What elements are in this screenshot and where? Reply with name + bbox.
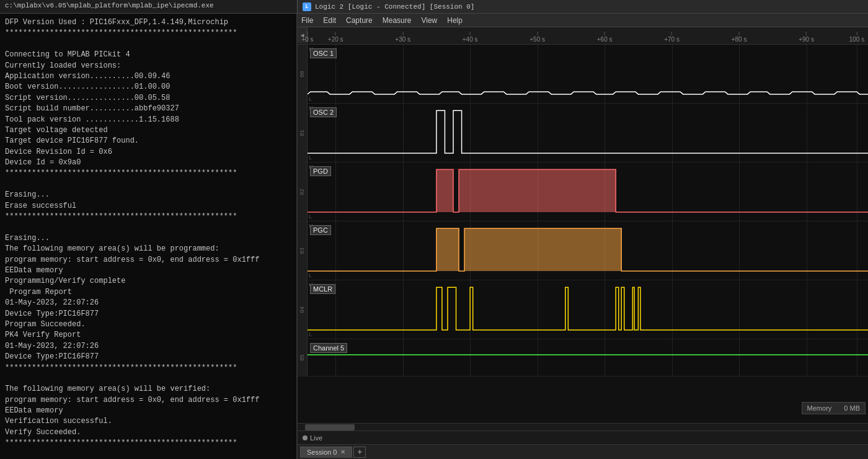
- channel-number-ch5: 05: [299, 354, 306, 361]
- waveform-path-ch4: [308, 287, 868, 330]
- terminal-line: Currently loaded versions:: [5, 61, 291, 71]
- timeline-container: ◀ +20 s+30 s+40 s+50 s+60 s+70 s+80 s+90…: [298, 27, 868, 430]
- channel-number-ch1: 01: [299, 130, 306, 136]
- menu-item-measure[interactable]: Measure: [383, 16, 412, 25]
- waveform-svg-ch5: [308, 339, 868, 376]
- channel-side-ch2: 02: [298, 163, 308, 221]
- logic-panel: FileEditCaptureMeasureViewHelp ◀ +20 s+3…: [298, 14, 868, 459]
- channel-waveform-ch0: HL: [308, 45, 868, 103]
- terminal-line: Erasing...: [5, 233, 291, 244]
- terminal-line: Connecting to MPLAB PICkit 4: [5, 50, 291, 60]
- terminal-line: ****************************************…: [5, 168, 291, 179]
- ruler-tick: +30 s: [395, 32, 410, 43]
- channel-side-ch5: 05: [298, 339, 308, 376]
- ruler-start-tick: +0 s: [301, 32, 313, 43]
- channel-waveform-ch3: HL: [308, 221, 868, 280]
- channel-label-ch5[interactable]: Channel 5: [310, 343, 347, 353]
- ruler: ◀ +20 s+30 s+40 s+50 s+60 s+70 s+80 s+90…: [298, 27, 868, 45]
- live-label: Live: [310, 434, 322, 442]
- terminal-line: Device Id = 0x9a0: [5, 158, 291, 168]
- scrollbar-thumb[interactable]: [305, 424, 355, 430]
- terminal-line: Erasing...: [5, 190, 291, 200]
- live-indicator: Live: [303, 434, 322, 442]
- channel-side-ch4: 04: [298, 280, 308, 339]
- terminal-line: Script build number..........abbfe90327: [5, 104, 291, 114]
- terminal-line: ****************************************…: [5, 28, 291, 38]
- channel-side-ch3: 03: [298, 221, 308, 280]
- ruler-tick: 100 s: [849, 32, 864, 43]
- channel-waveform-ch4: HL: [308, 280, 868, 339]
- channel-number-ch4: 04: [299, 306, 306, 313]
- terminal-line: The following memory area(s) will be pro…: [5, 244, 291, 254]
- terminal-line: Program Report: [5, 287, 291, 298]
- channel-row-ch1: 01OSC 2HL: [298, 104, 868, 163]
- terminal-line: EEData memory: [5, 406, 291, 416]
- terminal-line: Boot version.................01.00.00: [5, 82, 291, 92]
- terminal-line: Script version...............00.05.58: [5, 93, 291, 104]
- waveform-svg-ch4: [308, 280, 868, 339]
- ruler-tick: +80 s: [732, 32, 747, 43]
- terminal-line: ****************************************…: [5, 212, 291, 222]
- terminal-line: program memory: start address = 0x0, end…: [5, 255, 291, 265]
- terminal-line: Device Type:PIC16F877: [5, 352, 291, 362]
- ruler-tick: +50 s: [529, 32, 545, 43]
- channel-label-ch1[interactable]: OSC 2: [310, 107, 337, 117]
- menu-item-help[interactable]: Help: [447, 16, 463, 25]
- waveform-svg-ch2: [308, 163, 868, 221]
- ruler-tick: +20 s: [328, 32, 343, 43]
- right-window-title: L Logic 2 [Logic - Connected] [Session 0…: [298, 0, 868, 13]
- terminal-line: The following memory area(s) will be ver…: [5, 384, 291, 394]
- memory-badge: Memory 0 MB: [802, 402, 866, 414]
- terminal-line: Target voltage detected: [5, 125, 291, 136]
- menu-item-file[interactable]: File: [301, 16, 313, 25]
- terminal-line: 01-May-2023, 22:07:26: [5, 341, 291, 352]
- menu-item-capture[interactable]: Capture: [346, 16, 373, 25]
- add-session-button[interactable]: +: [353, 447, 366, 458]
- channel-number-ch0: 00: [299, 71, 306, 78]
- session-tabs: Session 0 ✕ +: [298, 444, 868, 459]
- terminal-line: ****************************************…: [5, 363, 291, 373]
- horizontal-scrollbar[interactable]: [298, 423, 868, 430]
- menu-item-edit[interactable]: Edit: [323, 16, 336, 25]
- terminal-line: Erase successful: [5, 201, 291, 212]
- channel-label-ch0[interactable]: OSC 1: [310, 48, 337, 58]
- logic-icon: L: [303, 2, 311, 11]
- channel-row-ch5: 05Channel 5: [298, 339, 868, 377]
- terminal-line: Device Revision Id = 0x6: [5, 147, 291, 158]
- channel-row-ch3: 03PGCHL: [298, 221, 868, 280]
- terminal-line: [5, 179, 291, 190]
- channel-label-ch2[interactable]: PGD: [310, 166, 331, 176]
- session-tab-0[interactable]: Session 0 ✕: [300, 447, 352, 458]
- terminal-line: Device Type:PIC16F877: [5, 309, 291, 319]
- session-tab-label: Session 0: [307, 448, 337, 456]
- waveform-path-ch1: [308, 110, 868, 153]
- terminal-line: PK4 Verify Report: [5, 330, 291, 341]
- channel-label-ch4[interactable]: MCLR: [310, 284, 335, 294]
- waveform-svg-ch0: [308, 45, 868, 103]
- terminal-line: DFP Version Used : PIC16Fxxx_DFP,1.4.149…: [5, 17, 291, 28]
- waveform-path-ch0: [308, 92, 868, 94]
- status-bar: Live: [298, 430, 868, 444]
- ruler-ticks: +20 s+30 s+40 s+50 s+60 s+70 s+80 s+90 s…: [308, 27, 868, 43]
- menu-item-view[interactable]: View: [421, 16, 437, 25]
- left-window-title: c:\mplabx\v6.05\mplab_platform\mplab_ipe…: [0, 0, 298, 13]
- waveform-path-ch2: [308, 169, 868, 212]
- terminal-line: Tool pack version ............1.15.1688: [5, 115, 291, 125]
- channel-side-ch0: 00: [298, 45, 308, 103]
- channel-row-ch0: 00OSC 1HL: [298, 45, 868, 104]
- terminal-line: Target device PIC16F877 found.: [5, 136, 291, 146]
- session-close-icon[interactable]: ✕: [340, 448, 345, 455]
- terminal-line: Program Succeeded.: [5, 319, 291, 330]
- terminal-line: Verify Succeeded.: [5, 427, 291, 438]
- memory-value: 0 MB: [844, 404, 860, 412]
- waveform-svg-ch3: [308, 221, 868, 280]
- logic-menu-bar: FileEditCaptureMeasureViewHelp: [298, 14, 868, 27]
- terminal-line: Verification successful.: [5, 416, 291, 427]
- channel-waveform-ch5: [308, 339, 868, 376]
- channel-label-ch3[interactable]: PGC: [310, 225, 331, 235]
- ruler-tick: +40 s: [463, 32, 478, 43]
- terminal-line: [5, 373, 291, 384]
- terminal-line: 01-May-2023, 22:07:26: [5, 298, 291, 308]
- channel-side-ch1: 01: [298, 104, 308, 162]
- waveform-svg-ch1: [308, 104, 868, 162]
